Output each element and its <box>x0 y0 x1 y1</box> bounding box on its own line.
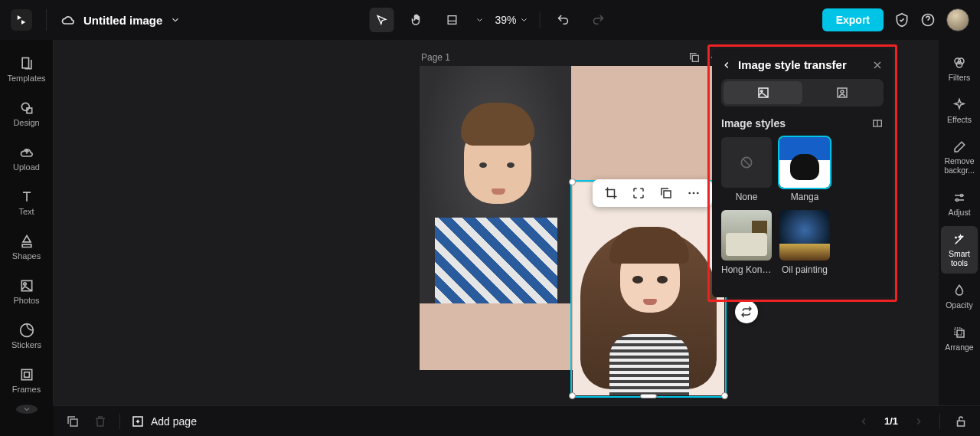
page[interactable] <box>420 66 723 370</box>
upload-icon <box>19 145 34 160</box>
trash-icon[interactable] <box>92 413 109 430</box>
selection-outline <box>570 180 727 398</box>
sidebar-item-design[interactable]: Design <box>2 93 51 133</box>
select-tool[interactable] <box>369 8 394 32</box>
frame-icon <box>446 14 458 26</box>
sidebar-item-templates[interactable]: Templates <box>2 49 51 89</box>
chevron-down-icon[interactable] <box>475 15 484 25</box>
photos-icon <box>19 278 34 293</box>
export-button[interactable]: Export <box>822 8 884 31</box>
resize-handle[interactable] <box>569 179 576 185</box>
add-page-button[interactable]: Add page <box>131 415 197 428</box>
sidebar-more[interactable] <box>16 405 38 414</box>
stickers-icon <box>19 323 34 338</box>
style-hongkong[interactable]: Hong Kong ... <box>721 210 772 275</box>
close-icon[interactable] <box>871 59 884 71</box>
chevron-down-icon <box>520 15 529 25</box>
style-none[interactable]: None <box>721 137 772 202</box>
sidebar-item-upload[interactable]: Upload <box>2 138 51 178</box>
more-icon[interactable] <box>686 185 701 201</box>
sidebar-item-shapes[interactable]: Shapes <box>2 227 51 267</box>
top-bar: Untitled image 39% Export <box>0 0 980 40</box>
resize-handle[interactable] <box>640 394 657 398</box>
svg-rect-8 <box>24 372 29 378</box>
redo-button[interactable] <box>586 8 611 32</box>
svg-rect-0 <box>448 16 456 25</box>
templates-icon <box>19 56 34 71</box>
sidebar-item-smart-tools[interactable]: Smart tools <box>941 226 978 274</box>
svg-rect-30 <box>70 419 77 426</box>
svg-rect-29 <box>957 330 964 337</box>
undo-icon <box>557 13 570 27</box>
style-manga[interactable]: Manga <box>779 137 830 202</box>
sidebar-item-remove-bg[interactable]: Remove backgr... <box>941 133 978 181</box>
svg-point-18 <box>760 90 762 92</box>
canvas[interactable]: Page 1 <box>54 40 939 405</box>
sidebar-item-stickers[interactable]: Stickers <box>2 316 51 356</box>
redo-icon <box>592 13 606 27</box>
chevron-down-icon <box>22 405 31 414</box>
svg-rect-9 <box>692 55 698 61</box>
chevron-down-icon[interactable] <box>170 15 181 25</box>
cursor-icon <box>375 14 387 26</box>
image-boy[interactable] <box>420 66 571 303</box>
svg-rect-32 <box>958 421 965 426</box>
prev-page-icon[interactable] <box>855 413 872 430</box>
right-sidebar: Filters Effects Remove backgr... Adjust … <box>939 40 980 405</box>
hand-tool[interactable] <box>404 8 429 32</box>
highlight-box: Image style transfer Image styles None <box>707 44 897 302</box>
sidebar-item-filters[interactable]: Filters <box>941 49 978 88</box>
sidebar-item-photos[interactable]: Photos <box>2 271 51 311</box>
shapes-icon <box>19 234 34 249</box>
sidebar-item-frames[interactable]: Frames <box>2 360 51 400</box>
svg-point-26 <box>961 195 963 197</box>
style-oil-painting[interactable]: Oil painting <box>779 210 830 275</box>
panel-title: Image style transfer <box>738 58 847 71</box>
zoom-level[interactable]: 39% <box>495 14 528 26</box>
bottom-bar: Add page 1/1 <box>54 405 980 436</box>
none-icon <box>721 137 772 188</box>
frames-icon <box>19 367 34 382</box>
duplicate-page-icon[interactable] <box>688 51 701 64</box>
next-page-icon[interactable] <box>910 413 927 430</box>
page-label: Page 1 <box>421 52 450 63</box>
sidebar-item-opacity[interactable]: Opacity <box>941 277 978 316</box>
layers-icon[interactable] <box>64 413 81 430</box>
sidebar-item-adjust[interactable]: Adjust <box>941 184 978 223</box>
divider <box>939 414 940 429</box>
swap-button[interactable] <box>735 300 758 323</box>
add-page-icon <box>131 415 145 428</box>
sidebar-item-arrange[interactable]: Arrange <box>941 319 978 358</box>
crop-icon[interactable] <box>603 185 619 201</box>
help-icon[interactable] <box>920 12 936 28</box>
project-title[interactable]: Untitled image <box>83 14 162 27</box>
floating-toolbar <box>593 179 712 207</box>
selected-image[interactable] <box>573 182 724 395</box>
avatar[interactable] <box>946 8 969 31</box>
lock-icon[interactable] <box>952 413 969 430</box>
arrange-icon <box>952 326 966 339</box>
person-mode-icon <box>835 86 849 100</box>
cloud-icon[interactable] <box>60 12 76 28</box>
svg-point-27 <box>956 199 959 202</box>
resize-handle[interactable] <box>721 392 728 399</box>
undo-button[interactable] <box>551 8 576 32</box>
filters-icon <box>952 56 966 70</box>
mode-image[interactable] <box>724 81 802 104</box>
svg-point-16 <box>697 192 699 195</box>
svg-point-25 <box>956 62 962 68</box>
divider <box>540 11 541 28</box>
mode-person[interactable] <box>802 81 881 104</box>
crop-tool[interactable] <box>439 8 464 32</box>
back-icon[interactable] <box>721 60 732 70</box>
expand-icon[interactable] <box>631 185 646 201</box>
resize-handle[interactable] <box>569 392 576 399</box>
pager: 1/1 <box>884 415 898 427</box>
sidebar-item-text[interactable]: Text <box>2 182 51 222</box>
sidebar-item-effects[interactable]: Effects <box>941 91 978 130</box>
shield-icon[interactable] <box>894 12 910 28</box>
app-logo[interactable] <box>11 9 32 31</box>
aspect-icon[interactable] <box>871 117 884 129</box>
duplicate-icon[interactable] <box>658 185 674 201</box>
style-transfer-panel: Image style transfer Image styles None <box>712 49 893 297</box>
